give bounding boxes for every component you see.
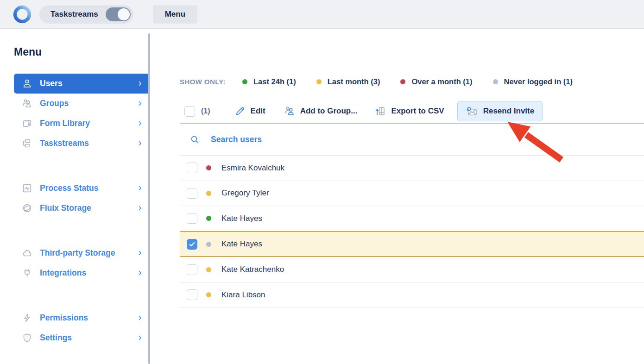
user-name: Gregory Tyler xyxy=(221,188,269,198)
search-placeholder: Search users xyxy=(211,135,262,144)
sidebar-item-settings[interactable]: Settings xyxy=(14,328,150,348)
add-to-group-button[interactable]: Add to Group... xyxy=(284,106,358,117)
user-row-kate-katrachenko[interactable]: Kate Katrachenko xyxy=(180,257,644,282)
sidebar-item-groups[interactable]: Groups xyxy=(14,94,150,113)
status-dot xyxy=(206,267,211,272)
status-dot xyxy=(400,79,405,84)
shield-icon xyxy=(22,333,32,343)
chevron-right-icon xyxy=(137,120,143,126)
groups-icon xyxy=(22,98,32,109)
sidebar-item-taskstreams[interactable]: Taskstreams xyxy=(14,133,150,153)
chevron-right-icon xyxy=(137,81,143,87)
chevron-right-icon xyxy=(137,335,143,341)
toolbar: (1) Edit Add to Group... xyxy=(180,100,644,124)
taskstreams-toggle-pill[interactable]: Taskstreams xyxy=(39,5,133,24)
user-name: Kate Katrachenko xyxy=(221,265,284,274)
sidebar: Menu Users Groups Form Library Taskstrea… xyxy=(0,29,180,364)
sidebar-item-label: Taskstreams xyxy=(40,138,130,148)
sidebar-item-permissions[interactable]: Permissions xyxy=(14,308,150,328)
user-row-esmira-kovalchuk[interactable]: Esmira Kovalchuk xyxy=(180,156,644,181)
user-name: Kiara Libson xyxy=(221,290,265,300)
user-name: Kate Hayes xyxy=(221,214,262,223)
main-content: SHOW ONLY: Last 24h (1) Last month (3) O… xyxy=(180,29,644,364)
edit-label: Edit xyxy=(251,107,265,116)
chevron-right-icon xyxy=(137,140,143,146)
lightning-icon xyxy=(22,313,32,323)
add-to-group-icon xyxy=(284,106,295,117)
sidebar-scrollbar[interactable] xyxy=(148,33,150,364)
sidebar-item-label: Settings xyxy=(40,333,130,343)
user-icon xyxy=(22,78,32,89)
sidebar-item-process-status[interactable]: Process Status xyxy=(14,178,150,198)
sidebar-item-label: Process Status xyxy=(40,183,130,193)
chevron-right-icon xyxy=(137,270,143,276)
filters-row: SHOW ONLY: Last 24h (1) Last month (3) O… xyxy=(180,75,644,88)
chevron-right-icon xyxy=(137,250,143,256)
status-dot xyxy=(206,242,211,247)
export-csv-icon xyxy=(375,106,386,117)
cloud-icon xyxy=(22,248,32,258)
user-name: Esmira Kovalchuk xyxy=(221,163,284,173)
sidebar-item-label: Integrations xyxy=(40,268,130,278)
chevron-right-icon xyxy=(137,205,143,211)
user-row-kate-hayes[interactable]: Kate Hayes xyxy=(180,206,644,232)
taskstreams-toggle[interactable] xyxy=(106,7,131,21)
form-library-icon xyxy=(22,118,32,129)
taskstreams-toggle-label: Taskstreams xyxy=(51,10,98,19)
sidebar-item-users[interactable]: Users xyxy=(14,74,150,94)
chevron-right-icon xyxy=(137,100,143,107)
process-status-icon xyxy=(22,183,32,194)
row-checkbox[interactable] xyxy=(187,163,197,173)
user-row-gregory-tyler[interactable]: Gregory Tyler xyxy=(180,181,644,207)
select-all-checkbox[interactable] xyxy=(184,106,195,117)
menu-button[interactable]: Menu xyxy=(153,5,197,24)
show-only-label: SHOW ONLY: xyxy=(180,78,226,86)
fluix-storage-icon xyxy=(22,203,32,213)
pencil-icon xyxy=(234,106,246,117)
sidebar-item-label: Fluix Storage xyxy=(40,203,130,213)
status-dot xyxy=(206,216,211,221)
filter-last-month-3[interactable]: Last month (3) xyxy=(316,77,380,86)
filter-label: Last 24h (1) xyxy=(253,77,296,86)
chevron-right-icon xyxy=(137,315,143,321)
plug-icon xyxy=(22,268,32,278)
user-row-kiara-libson[interactable]: Kiara Libson xyxy=(180,282,644,308)
status-dot xyxy=(493,79,498,84)
row-checkbox[interactable] xyxy=(187,213,197,224)
filter-label: Over a month (1) xyxy=(411,77,472,86)
sidebar-item-label: Users xyxy=(40,79,130,88)
filter-over-a-month-1[interactable]: Over a month (1) xyxy=(400,77,472,86)
resend-invite-label: Resend Invite xyxy=(483,107,535,116)
fluix-logo-icon[interactable] xyxy=(13,5,32,24)
user-list: Esmira Kovalchuk Gregory Tyler Kate Haye… xyxy=(180,156,644,308)
search-icon xyxy=(190,135,200,144)
filter-last-24h-1[interactable]: Last 24h (1) xyxy=(242,77,296,86)
filter-label: Last month (3) xyxy=(328,77,380,86)
filter-label: Never logged in (1) xyxy=(504,77,573,86)
user-name: Kate Hayes xyxy=(221,239,262,249)
selection-count: (1) xyxy=(201,107,210,115)
status-dot xyxy=(242,79,247,84)
filter-never-logged-in-1[interactable]: Never logged in (1) xyxy=(493,77,573,86)
page-title: Menu xyxy=(14,46,180,58)
sidebar-item-third-party-storage[interactable]: Third-party Storage xyxy=(14,243,150,263)
sidebar-item-form-library[interactable]: Form Library xyxy=(14,113,150,133)
status-dot xyxy=(206,191,211,196)
sidebar-item-integrations[interactable]: Integrations xyxy=(14,263,150,283)
sidebar-item-label: Form Library xyxy=(40,119,130,128)
resend-invite-icon xyxy=(466,106,478,117)
status-dot xyxy=(316,79,322,84)
row-checkbox[interactable] xyxy=(187,188,197,199)
search-users-input[interactable]: Search users xyxy=(180,124,644,156)
add-to-group-label: Add to Group... xyxy=(300,107,358,116)
sidebar-item-label: Third-party Storage xyxy=(40,248,130,258)
sidebar-item-fluix-storage[interactable]: Fluix Storage xyxy=(14,198,150,218)
sidebar-item-label: Groups xyxy=(40,99,130,108)
edit-button[interactable]: Edit xyxy=(234,106,265,117)
export-to-csv-button[interactable]: Export to CSV xyxy=(375,106,444,117)
row-checkbox[interactable] xyxy=(187,289,197,300)
row-checkbox[interactable] xyxy=(187,239,197,250)
row-checkbox[interactable] xyxy=(187,264,197,275)
user-row-kate-hayes[interactable]: Kate Hayes xyxy=(180,231,644,257)
status-dot xyxy=(206,292,211,297)
